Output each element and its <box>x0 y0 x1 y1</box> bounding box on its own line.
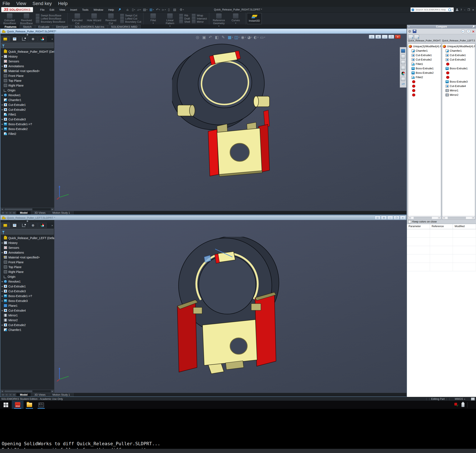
tree-item[interactable]: ▸ Chamfer1 <box>1 327 54 332</box>
tab-scroll-buttons[interactable]: |◂◂▸▸| <box>0 211 17 214</box>
compare-item[interactable]: Cut-Extrude1 <box>443 53 475 57</box>
tree-item[interactable]: ▸ Sensors <box>1 59 54 64</box>
ribbon-button[interactable]: Extruded Cut ▾ <box>70 13 85 24</box>
close-icon[interactable]: × <box>472 29 475 33</box>
tile-horizontally-button[interactable]: ⊟ <box>381 216 387 219</box>
ribbon-tab[interactable]: SOLIDWORKS Add-Ins <box>71 25 107 28</box>
ribbon-tab[interactable]: Features <box>2 25 19 28</box>
doc-tab[interactable]: 3D Views <box>31 393 49 396</box>
tree-item[interactable]: ▸ Right Plane <box>1 83 54 88</box>
equations-icon[interactable]: =? <box>402 83 405 86</box>
ribbon-button[interactable]: Reference Geometry ▾ <box>211 13 226 24</box>
home-icon[interactable]: ⌂ ▾ <box>126 8 130 12</box>
panel-splitter-handle[interactable] <box>0 34 54 36</box>
tab-options-icon[interactable] <box>471 397 475 400</box>
tree-item[interactable]: ▸ Cut-Extrude3 <box>1 117 54 122</box>
search-caret-icon[interactable]: ▾ <box>452 9 453 11</box>
compare-item[interactable]: Cut-Extrude1 <box>409 53 441 57</box>
outer-menu-item[interactable]: File <box>2 1 10 6</box>
compare-root[interactable]: Unique(4)/Modified(4) Fe <box>443 44 475 49</box>
save-report-icon[interactable] <box>413 30 416 33</box>
outer-menu-item[interactable]: Help <box>58 1 67 6</box>
ribbon-small-button[interactable]: Swept Boss/Base <box>36 14 65 17</box>
close-icon[interactable]: × <box>472 8 474 11</box>
outer-menu-item[interactable]: Send key <box>33 1 52 6</box>
tree-item[interactable]: ▸ Cut-Extrude2 <box>1 323 54 327</box>
tree-item[interactable]: ▸ Cut-Extrude3 <box>1 289 54 294</box>
minimize-icon[interactable]: – <box>464 8 465 11</box>
expand-tabs-icon[interactable]: » <box>51 224 54 227</box>
print-icon[interactable]: ▥ ▾ <box>150 8 154 12</box>
compare-root[interactable]: Unique(3)/Modified(4) Fe <box>409 44 441 49</box>
tree-item[interactable]: ▸ Right Plane <box>1 269 54 274</box>
model-3d-left[interactable] <box>173 237 282 375</box>
doc2-titlebar[interactable]: Quick_Release_Puller_LEFT.SLDPRT * ◫⊟—❐× <box>0 215 406 220</box>
search-icon[interactable] <box>448 8 451 11</box>
outer-menu-item[interactable]: View <box>16 1 26 6</box>
new-document-icon[interactable]: ▯ ▾ <box>132 8 135 12</box>
view-palette-icon[interactable] <box>401 66 405 70</box>
back-icon[interactable]: ← <box>461 29 465 33</box>
custom-properties-icon[interactable] <box>401 77 405 81</box>
ribbon-small-button[interactable]: Draft <box>179 17 190 20</box>
tree-item[interactable]: ▸ Cut-Extrude4 <box>1 308 54 313</box>
doc-tab[interactable]: Model <box>17 393 31 396</box>
tree-item[interactable]: ▸ Sensors <box>1 245 54 250</box>
ribbon-small-button[interactable]: Boundary Boss/Base <box>36 20 65 23</box>
tree-filter-input[interactable] <box>6 44 53 47</box>
tree-item[interactable]: ▸ Mirror2 <box>1 318 54 323</box>
capsule-icon[interactable]: ▯ ▾ <box>168 8 171 12</box>
minimize-button[interactable]: — <box>382 35 388 39</box>
app-menu-item[interactable]: Help <box>108 8 114 11</box>
tree-item[interactable]: ▸ Plane1 <box>1 303 54 308</box>
ribbon-small-button[interactable]: Lofted Cut <box>120 17 141 20</box>
tree-item[interactable]: ▸ Mirror1 <box>1 313 54 318</box>
tree-item[interactable]: ▸ Revolve1 <box>1 279 54 284</box>
app-menu-item[interactable]: Tools <box>82 8 88 11</box>
properties-icon[interactable]: ▤ ▾ <box>173 8 177 12</box>
gear-icon[interactable]: ⚙ <box>408 29 411 33</box>
table-column-header[interactable]: Reference <box>430 224 453 229</box>
compare-item[interactable]: Mirror2 <box>443 93 475 97</box>
app-menu-item[interactable]: Edit <box>49 8 54 11</box>
tree-filter[interactable] <box>1 43 54 48</box>
ribbon-button[interactable]: Fillet ▾ <box>146 13 161 24</box>
design-library-icon[interactable] <box>401 55 405 58</box>
doc-tab[interactable]: 3D Views <box>31 211 49 214</box>
select-icon[interactable]: ▻ ▾ <box>162 8 166 12</box>
restore-icon[interactable]: ❐ <box>467 8 470 11</box>
app-menu-item[interactable]: Insert <box>70 8 77 11</box>
tree-item[interactable]: ▸ History <box>1 54 54 59</box>
app-menu-item[interactable]: File <box>40 8 44 11</box>
taskbar-solidworks[interactable]: 2018 <box>12 401 23 409</box>
open-icon[interactable]: ▱ ▾ <box>137 8 141 12</box>
ribbon-button[interactable]: Curves ▾ <box>228 13 243 24</box>
tree-item[interactable]: ▸ Top Plane <box>1 78 54 83</box>
keep-colors-checkbox[interactable] <box>408 220 411 223</box>
doc-tab[interactable]: Motion Study 1 <box>49 211 74 214</box>
compare-item[interactable]: Boss-Extrude2 <box>409 71 441 75</box>
save-icon[interactable]: ▤ ▾ <box>143 8 147 12</box>
compare-geometry-tab-icon[interactable] <box>414 35 419 39</box>
help-icon[interactable]: ? <box>467 29 470 33</box>
tree-item[interactable]: ▸ Chamfer1 <box>1 98 54 102</box>
close-button[interactable]: × <box>400 216 406 219</box>
tree-filter-input[interactable] <box>6 230 53 234</box>
doc1-titlebar[interactable]: Quick_Release_Puller_RIGHT.SLDPRT* <box>0 29 406 34</box>
start-button[interactable] <box>0 401 12 409</box>
table-column-header[interactable]: Parameter <box>407 224 430 229</box>
taskbar-command-prompt[interactable]: C:\ <box>35 401 47 409</box>
minimize-button[interactable]: — <box>387 216 393 219</box>
ribbon-tab[interactable]: DimXpert <box>53 25 71 28</box>
app-menu-item[interactable]: View <box>59 8 65 11</box>
propertymanager-tab[interactable] <box>10 223 19 228</box>
tree-item[interactable]: ▸ Boss-Extrude3 <box>1 298 54 303</box>
tree-item[interactable]: ▸ Cut-Extrude1 <box>1 284 54 289</box>
table-column-header[interactable]: Modified <box>453 224 476 229</box>
tree-item[interactable]: ▸ History <box>1 240 54 245</box>
tree-item[interactable]: ▸ Origin <box>1 274 54 279</box>
tree-item[interactable]: ▸ Origin <box>1 88 54 93</box>
pin-panel-icon[interactable] <box>472 25 475 28</box>
tree-root[interactable]: ▸ Quick_Release_Puller_LEFT (Default <box>1 235 54 240</box>
compare-item[interactable] <box>443 62 475 66</box>
